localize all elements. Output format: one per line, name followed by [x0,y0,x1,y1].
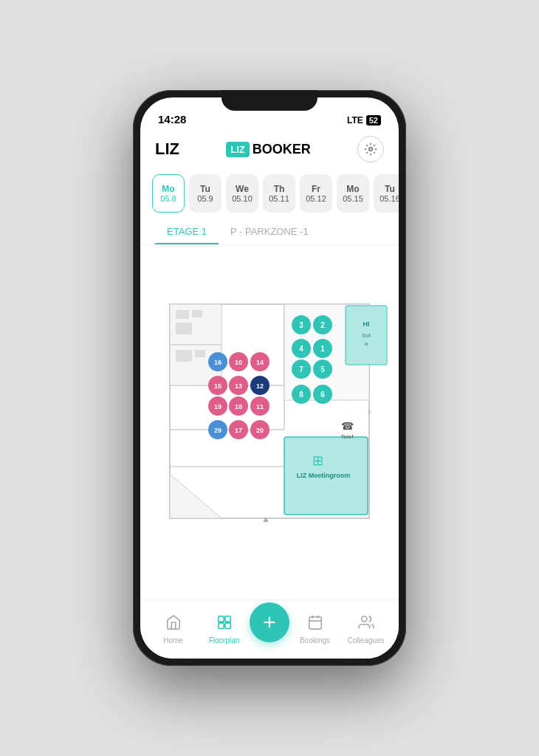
svg-text:10: 10 [235,359,242,366]
logo-text: BOOKER [253,142,311,157]
floor-tabs: ETAGE 1 P - PARKZONE -1 [140,220,399,245]
svg-text:›: › [368,405,371,417]
svg-text:15: 15 [214,382,222,390]
date-item-0[interactable]: Mo 05.8 [152,174,185,213]
svg-rect-5 [176,310,189,319]
svg-text:☎: ☎ [341,420,354,432]
svg-text:LIZ Meetingroom: LIZ Meetingroom [297,472,351,479]
screen: 14:28 LTE 52 LIZ LIZ BOOKER Mo [140,97,399,659]
nav-bookings[interactable]: Bookings [289,614,340,645]
svg-rect-6 [192,310,202,317]
date-item-2[interactable]: We 05.10 [226,174,258,213]
phone-frame: 14:28 LTE 52 LIZ LIZ BOOKER Mo [133,90,406,666]
svg-text:16: 16 [214,359,222,366]
app-title: LIZ [155,140,179,159]
svg-rect-67 [224,616,230,622]
nav-book-button[interactable]: + [250,602,289,642]
svg-text:14: 14 [256,359,264,366]
lte-label: LTE [347,115,363,126]
bottom-nav: Home Floorplan + Bookings [140,599,399,659]
status-time: 14:28 [158,113,186,126]
nav-floorplan-label: Floorplan [209,636,240,645]
bookings-icon [307,614,323,634]
svg-text:⊞: ⊞ [312,453,323,468]
nav-home[interactable]: Home [148,614,199,645]
svg-text:11: 11 [256,403,264,410]
nav-colleagues-label: Colleagues [347,636,384,645]
svg-text:2: 2 [320,321,325,329]
svg-text:18: 18 [235,403,242,410]
svg-text:HI: HI [363,320,370,328]
svg-rect-9 [195,350,205,357]
svg-marker-23 [170,474,222,518]
svg-text:8: 8 [299,391,303,399]
colleagues-icon [358,614,374,634]
svg-text:▲: ▲ [261,514,270,524]
svg-text:7: 7 [299,365,303,374]
nav-home-label: Home [163,636,183,645]
svg-rect-69 [224,623,230,628]
svg-text:19: 19 [214,403,222,410]
svg-point-74 [361,616,366,622]
date-item-6[interactable]: Tu 05.16 [374,174,399,213]
svg-rect-8 [176,350,192,362]
date-item-4[interactable]: Fr 05.12 [300,174,332,213]
nav-floorplan[interactable]: Floorplan [199,614,250,645]
svg-rect-66 [218,616,223,622]
svg-text:1: 1 [320,345,325,353]
floorplan-icon [216,614,233,634]
settings-button[interactable] [357,136,384,162]
plus-icon: + [263,611,276,633]
svg-text:6: 6 [320,391,325,399]
nav-bookings-label: Bookings [300,636,330,645]
date-item-5[interactable]: Mo 05.15 [337,174,369,213]
date-strip: Mo 05.8 Tu 05.9 We 05.10 Th 05.11 Fr 05.… [140,170,399,220]
svg-text:12: 12 [256,382,264,390]
date-item-1[interactable]: Tu 05.9 [189,174,222,213]
svg-rect-70 [309,617,321,630]
app-header: LIZ LIZ BOOKER [140,130,399,170]
svg-text:20: 20 [256,427,264,434]
floorplan-area: HI Sof a ⊞ LIZ Meetingroom ☎ Telef [140,245,399,599]
svg-text:3: 3 [299,321,303,329]
signal-strength: 52 [366,115,381,126]
svg-text:a: a [365,340,368,347]
tab-parkzone[interactable]: P - PARKZONE -1 [219,220,320,244]
svg-point-0 [369,148,373,151]
logo-container: LIZ BOOKER [226,142,311,157]
logo-box: LIZ [226,142,250,157]
svg-text:5: 5 [320,365,325,374]
svg-text:29: 29 [214,427,222,434]
tab-etage1[interactable]: ETAGE 1 [155,220,219,244]
svg-text:17: 17 [235,427,242,434]
svg-text:Sof: Sof [362,332,371,339]
status-right: LTE 52 [347,115,381,126]
nav-colleagues[interactable]: Colleagues [340,614,391,645]
home-icon [165,614,182,634]
svg-text:Telef: Telef [341,433,354,440]
date-item-3[interactable]: Th 05.11 [263,174,295,213]
floor-map[interactable]: HI Sof a ⊞ LIZ Meetingroom ☎ Telef [148,282,391,563]
svg-rect-7 [176,323,192,334]
notch [222,90,317,111]
svg-rect-68 [218,623,223,628]
svg-text:13: 13 [235,382,242,390]
svg-text:4: 4 [299,345,303,353]
